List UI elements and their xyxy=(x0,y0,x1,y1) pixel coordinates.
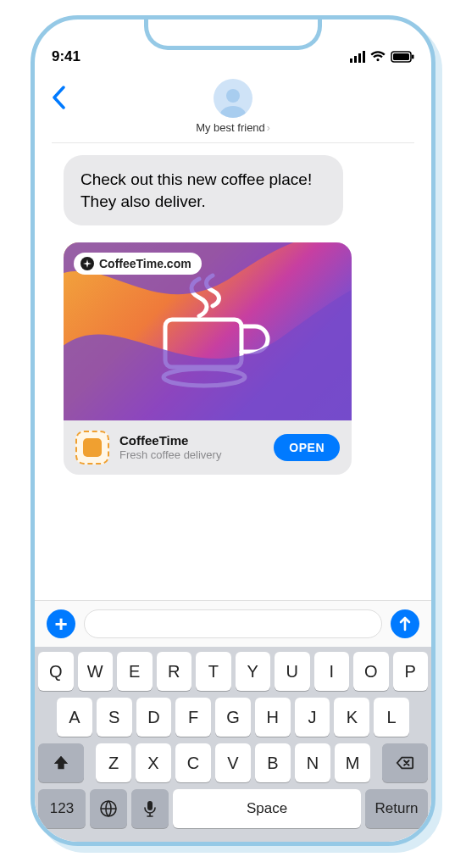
open-button[interactable]: OPEN xyxy=(274,434,340,461)
svg-rect-7 xyxy=(147,801,153,810)
key-v[interactable]: V xyxy=(215,743,251,782)
compose-bar: + xyxy=(35,600,431,647)
send-button[interactable] xyxy=(391,609,419,638)
key-c[interactable]: C xyxy=(175,743,211,782)
key-m[interactable]: M xyxy=(335,743,370,782)
app-clip-desc: Fresh coffee delivery xyxy=(119,448,264,462)
key-s[interactable]: S xyxy=(97,698,132,737)
source-url-pill[interactable]: CoffeeTime.com xyxy=(74,253,202,275)
source-url-label: CoffeeTime.com xyxy=(99,257,191,270)
app-clip-hero: CoffeeTime.com xyxy=(64,242,352,420)
incoming-message-bubble[interactable]: Check out this new coffee place! They al… xyxy=(64,155,343,225)
phone-frame: 9:41 My b xyxy=(31,15,435,846)
shift-key[interactable] xyxy=(38,743,84,782)
message-text: Check out this new coffee place! They al… xyxy=(80,170,312,210)
contact-name-button[interactable]: My best friend › xyxy=(196,121,270,134)
key-b[interactable]: B xyxy=(255,743,291,782)
globe-key[interactable] xyxy=(90,789,127,828)
battery-icon xyxy=(391,51,414,63)
key-o[interactable]: O xyxy=(353,652,389,691)
key-j[interactable]: J xyxy=(295,698,330,737)
key-a[interactable]: A xyxy=(57,698,92,737)
message-input[interactable] xyxy=(84,609,382,638)
key-y[interactable]: Y xyxy=(236,652,271,691)
safari-icon xyxy=(80,257,94,270)
key-x[interactable]: X xyxy=(136,743,171,782)
app-clip-footer: CoffeeTime Fresh coffee delivery OPEN xyxy=(64,420,352,475)
key-g[interactable]: G xyxy=(215,698,251,737)
contact-name-label: My best friend xyxy=(196,121,265,134)
numeric-key[interactable]: 123 xyxy=(38,789,86,828)
key-z[interactable]: Z xyxy=(96,743,131,782)
svg-point-3 xyxy=(226,89,240,103)
chevron-right-icon: › xyxy=(267,122,270,134)
key-q[interactable]: Q xyxy=(38,652,74,691)
svg-rect-1 xyxy=(393,53,409,60)
key-d[interactable]: D xyxy=(136,698,172,737)
key-r[interactable]: R xyxy=(157,652,192,691)
key-w[interactable]: W xyxy=(78,652,114,691)
key-k[interactable]: K xyxy=(334,698,369,737)
key-f[interactable]: F xyxy=(175,698,211,737)
dictation-key[interactable] xyxy=(131,789,169,828)
svg-rect-2 xyxy=(412,55,414,59)
key-e[interactable]: E xyxy=(117,652,153,691)
contact-avatar[interactable] xyxy=(214,79,252,118)
wifi-icon xyxy=(370,51,386,63)
key-u[interactable]: U xyxy=(275,652,310,691)
conversation-header: My best friend › xyxy=(52,79,414,143)
key-p[interactable]: P xyxy=(393,652,429,691)
key-h[interactable]: H xyxy=(255,698,291,737)
key-t[interactable]: T xyxy=(196,652,231,691)
key-i[interactable]: I xyxy=(314,652,350,691)
status-time: 9:41 xyxy=(52,48,80,65)
backspace-key[interactable] xyxy=(382,743,428,782)
add-attachment-button[interactable]: + xyxy=(47,609,75,638)
back-button[interactable] xyxy=(52,86,65,115)
notch xyxy=(144,19,322,50)
app-clip-icon xyxy=(75,431,109,465)
cellular-signal-icon xyxy=(350,51,365,63)
keyboard: QWERTYUIOP ASDFGHJKL ZXCVBNM 123 xyxy=(35,647,431,842)
space-key[interactable]: Space xyxy=(173,789,361,828)
app-clip-card[interactable]: CoffeeTime.com xyxy=(64,242,352,475)
app-clip-name: CoffeeTime xyxy=(119,433,264,448)
return-key[interactable]: Return xyxy=(365,789,428,828)
key-n[interactable]: N xyxy=(295,743,330,782)
key-l[interactable]: L xyxy=(374,698,409,737)
